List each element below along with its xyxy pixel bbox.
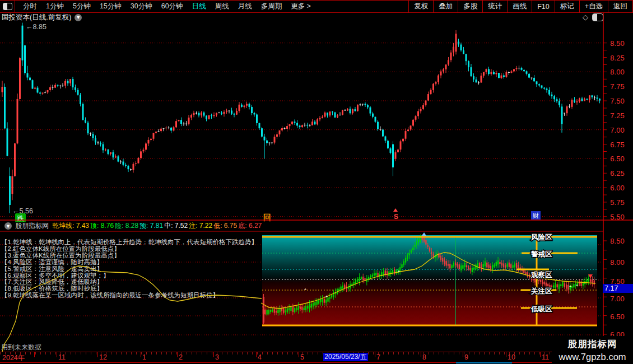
month-tick: [299, 352, 299, 357]
menu-item-1[interactable]: 1分钟: [41, 2, 68, 11]
indicator-field-3: 预: 7.81: [139, 222, 163, 230]
zone-label-1: 警戒区: [530, 250, 552, 258]
indicator-description: 【1.乾坤线：乾坤线向上，代表短期价格上升趋势；乾坤线向下，代表短期价格下跌趋势…: [1, 239, 269, 299]
indicator-source: 股朋指标网: [15, 221, 49, 231]
month-label-11: 10: [508, 353, 515, 361]
price-label: 8.50: [604, 39, 631, 48]
month-tick: [141, 352, 141, 357]
high-price-annotation: ←8.85: [26, 23, 46, 31]
app-window: 分时1分钟5分钟15分钟30分钟60分钟日线周线月线多周期更多 > 复权叠加多股…: [0, 0, 633, 364]
date-axis-minor-ticks: [0, 352, 552, 354]
collapse-icon[interactable]: ▼: [4, 222, 12, 230]
month-label-0: 2024年: [2, 353, 25, 363]
marker-hui-icon[interactable]: 回: [263, 213, 271, 222]
marker-s-icon[interactable]: S: [393, 208, 398, 221]
month-tick: [421, 352, 421, 357]
toolbar-button-7[interactable]: +自选: [579, 1, 608, 12]
month-label-12: 11: [542, 353, 549, 361]
month-tick: [256, 352, 257, 357]
price-label: 5.50: [604, 213, 631, 221]
indicator-field-7: 底: 6.27: [238, 222, 262, 230]
diamond-icon[interactable]: ◇: [583, 13, 588, 21]
pane-price-label: 6.50: [604, 312, 631, 321]
zone-label-0: 风险区: [530, 234, 552, 241]
watermark-url: www.7gpzb.com: [552, 352, 633, 362]
month-label-2: 12: [99, 353, 107, 361]
pane-price-label: 8.50: [604, 237, 631, 245]
main-chart-plot-area[interactable]: [0, 22, 603, 220]
layout-icon[interactable]: [0, 1, 15, 12]
toolbar-button-0[interactable]: 复权: [408, 1, 433, 12]
svg-text:财: 财: [533, 212, 539, 219]
price-label: 5.75: [604, 198, 631, 207]
toolbar-button-8[interactable]: 返回: [608, 1, 633, 12]
indicator-note-line-3: 【3.蓝色立体K线所在位置为阶段最高点】: [1, 253, 269, 259]
menu-item-9[interactable]: 多周期: [257, 2, 287, 11]
menu-item-4[interactable]: 30分钟: [126, 2, 157, 11]
svg-text:S: S: [394, 213, 398, 221]
month-tick: [213, 352, 214, 357]
indicator-note-line-9: 【9.乾坤线落在某一区域内时，该线所指向的最近一条参考线为短期目标位】: [1, 292, 269, 299]
date-axis[interactable]: 2025/05/23/五 2024年1112123457891011: [0, 352, 633, 363]
period-menu: 分时1分钟5分钟15分钟30分钟60分钟日线周线月线多周期更多 >: [15, 2, 315, 11]
split-panel-icon: [3, 3, 12, 10]
future-data-note: 用到未来数据: [1, 343, 41, 352]
split-view-icon[interactable]: [592, 13, 603, 21]
price-label: 7.75: [604, 82, 631, 91]
menu-item-2[interactable]: 5分钟: [68, 2, 95, 11]
month-tick: [57, 352, 57, 357]
indicator-field-2: 险: 8.28: [115, 222, 138, 230]
indicator-field-0: 乾坤线: 7.43: [52, 222, 89, 230]
month-label-10: 9: [464, 353, 468, 361]
svg-text:+: +: [576, 283, 579, 288]
price-label: 6.25: [604, 169, 631, 178]
svg-text:+: +: [398, 269, 401, 274]
month-tick: [375, 352, 375, 357]
menu-item-6[interactable]: 日线: [188, 2, 211, 11]
indicator-field-4: 中: 7.52: [164, 222, 188, 230]
price-label: 6.00: [604, 184, 631, 192]
watermark: 股朋指标网 www.7gpzb.com: [552, 336, 633, 364]
menu-item-5[interactable]: 60分钟: [157, 2, 188, 11]
chart-layer[interactable]: ←8.85←5.56跌回S财风险区警戒区观察区关注区低吸区+++++: [0, 0, 633, 364]
month-label-3: 1: [142, 353, 146, 361]
current-value-badge: 7.17: [603, 284, 633, 293]
zone-inset-chart[interactable]: 风险区警戒区观察区关注区低吸区+++++: [261, 232, 597, 326]
marker-cai-icon[interactable]: 财: [531, 211, 541, 220]
menu-item-8[interactable]: 月线: [234, 2, 257, 11]
indicator-note-line-4: 【4.风险区：适宜谨慎，随时高抛】: [1, 259, 269, 266]
price-label: 6.50: [604, 155, 631, 163]
zone-label-3: 关注区: [530, 287, 552, 295]
toolbar-button-4[interactable]: 画线: [507, 1, 532, 12]
indicator-field-1: 顶: 8.76: [90, 222, 114, 230]
window-icons: ◇: [583, 13, 603, 21]
month-label-8: 7: [376, 353, 380, 361]
month-tick: [540, 352, 541, 357]
toolbar-button-2[interactable]: 多股: [458, 1, 482, 12]
scrollbar-thumb[interactable]: [456, 362, 512, 363]
menu-item-10[interactable]: 更多 >: [286, 2, 315, 11]
menu-item-0[interactable]: 分时: [18, 2, 41, 11]
month-label-7: 5: [300, 353, 304, 361]
toolbar-button-3[interactable]: 统计: [482, 1, 507, 12]
menu-item-7[interactable]: 周线: [211, 2, 234, 11]
toolbar-button-1[interactable]: 叠加: [433, 1, 458, 12]
month-label-1: 11: [58, 353, 66, 361]
selected-date-badge: 2025/05/23/五: [323, 353, 368, 361]
top-menubar: 分时1分钟5分钟15分钟30分钟60分钟日线周线月线多周期更多 > 复权叠加多股…: [0, 0, 633, 13]
toolbar-button-5[interactable]: F10: [532, 1, 555, 12]
month-tick: [34, 352, 35, 357]
svg-text:+: +: [569, 284, 572, 289]
svg-text:+: +: [325, 294, 328, 299]
menu-item-3[interactable]: 15分钟: [95, 2, 126, 11]
indicator-field-6: 低: 6.75: [213, 222, 237, 230]
month-tick: [463, 352, 463, 357]
toolbar-button-6[interactable]: 标记: [555, 1, 579, 12]
price-label: 7.00: [604, 126, 631, 134]
price-label: 7.25: [604, 111, 631, 120]
chevron-down-icon[interactable]: ▼: [75, 14, 82, 21]
price-label: 8.25: [604, 54, 631, 62]
price-axis: 8.508.258.007.757.507.257.006.756.506.25…: [604, 12, 633, 352]
svg-text:+: +: [304, 287, 307, 292]
month-tick: [97, 352, 98, 357]
